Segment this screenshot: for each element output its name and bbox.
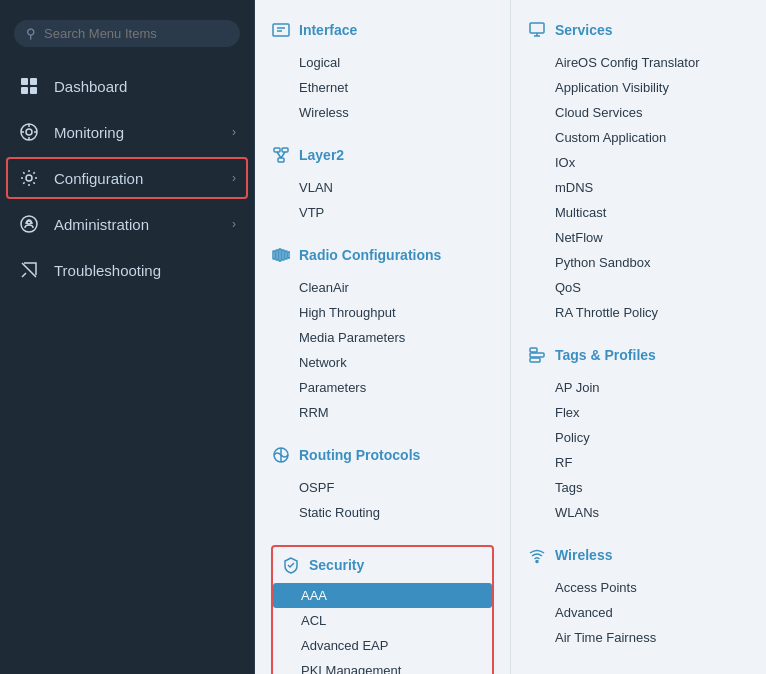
- sidebar-item-label: Dashboard: [54, 78, 127, 95]
- wireless-icon: [527, 545, 547, 565]
- section-layer2: Layer2 VLAN VTP: [271, 145, 494, 225]
- svg-rect-21: [273, 251, 275, 259]
- section-layer2-title: Layer2: [299, 147, 344, 163]
- menu-item-vtp[interactable]: VTP: [271, 200, 494, 225]
- svg-line-20: [281, 152, 285, 158]
- configuration-icon: [18, 167, 40, 189]
- section-security: Security AAA ACL Advanced EAP PKI Manage…: [271, 545, 494, 674]
- svg-rect-2: [21, 87, 28, 94]
- section-radio-configurations: Radio Configurations CleanAir High Throu…: [271, 245, 494, 425]
- sidebar-item-label: Configuration: [54, 170, 143, 187]
- routing-icon: [271, 445, 291, 465]
- sidebar-item-configuration[interactable]: Configuration ›: [6, 157, 248, 199]
- chevron-right-icon: ›: [232, 171, 236, 185]
- section-security-title: Security: [309, 557, 364, 573]
- menu-item-ra-throttle[interactable]: RA Throttle Policy: [527, 300, 750, 325]
- search-icon: ⚲: [26, 26, 36, 41]
- menu-item-custom-application[interactable]: Custom Application: [527, 125, 750, 150]
- sidebar-item-troubleshooting[interactable]: Troubleshooting: [0, 247, 254, 293]
- menu-item-aaa[interactable]: AAA: [273, 583, 492, 608]
- menu-item-python-sandbox[interactable]: Python Sandbox: [527, 250, 750, 275]
- menu-item-pki-management[interactable]: PKI Management: [273, 658, 492, 674]
- menu-item-acl[interactable]: ACL: [273, 608, 492, 633]
- sidebar-item-monitoring[interactable]: Monitoring ›: [0, 109, 254, 155]
- menu-item-cloud-services[interactable]: Cloud Services: [527, 100, 750, 125]
- menu-item-air-time-fairness[interactable]: Air Time Fairness: [527, 625, 750, 650]
- section-services-title: Services: [555, 22, 613, 38]
- tags-icon: [527, 345, 547, 365]
- svg-rect-32: [530, 348, 537, 352]
- menu-item-tags[interactable]: Tags: [527, 475, 750, 500]
- sidebar: ⚲ Dashboard Monitoring ›: [0, 0, 255, 674]
- menu-item-media-parameters[interactable]: Media Parameters: [271, 325, 494, 350]
- menu-item-policy[interactable]: Policy: [527, 425, 750, 450]
- menu-item-iox[interactable]: IOx: [527, 150, 750, 175]
- svg-rect-3: [30, 87, 37, 94]
- menu-item-netflow[interactable]: NetFlow: [527, 225, 750, 250]
- section-tags-profiles: Tags & Profiles AP Join Flex Policy RF T…: [527, 345, 750, 525]
- menu-item-wlans[interactable]: WLANs: [527, 500, 750, 525]
- menu-item-ospf[interactable]: OSPF: [271, 475, 494, 500]
- menu-item-ap-join[interactable]: AP Join: [527, 375, 750, 400]
- svg-rect-0: [21, 78, 28, 85]
- menu-item-static-routing[interactable]: Static Routing: [271, 500, 494, 525]
- svg-rect-16: [274, 148, 280, 152]
- menu-item-access-points[interactable]: Access Points: [527, 575, 750, 600]
- section-routing-protocols: Routing Protocols OSPF Static Routing: [271, 445, 494, 525]
- svg-rect-33: [530, 353, 544, 357]
- svg-rect-34: [530, 358, 540, 362]
- main-content: Interface Logical Ethernet Wireless Laye…: [255, 0, 766, 674]
- column-2: Services AireOS Config Translator Applic…: [511, 0, 766, 674]
- svg-rect-22: [276, 250, 278, 260]
- menu-item-wireless[interactable]: Wireless: [271, 100, 494, 125]
- section-tags-title: Tags & Profiles: [555, 347, 656, 363]
- section-wireless: Wireless Access Points Advanced Air Time…: [527, 545, 750, 650]
- services-icon: [527, 20, 547, 40]
- menu-item-multicast[interactable]: Multicast: [527, 200, 750, 225]
- section-services-header: Services: [527, 20, 750, 40]
- menu-item-rrm[interactable]: RRM: [271, 400, 494, 425]
- security-icon: [281, 555, 301, 575]
- sidebar-item-administration[interactable]: Administration ›: [0, 201, 254, 247]
- menu-item-advanced-eap[interactable]: Advanced EAP: [273, 633, 492, 658]
- svg-line-19: [277, 152, 281, 158]
- svg-rect-17: [282, 148, 288, 152]
- section-radio-title: Radio Configurations: [299, 247, 441, 263]
- menu-item-mdns[interactable]: mDNS: [527, 175, 750, 200]
- svg-rect-23: [279, 249, 281, 261]
- svg-rect-29: [530, 23, 544, 33]
- menu-item-vlan[interactable]: VLAN: [271, 175, 494, 200]
- section-routing-header: Routing Protocols: [271, 445, 494, 465]
- menu-item-high-throughput[interactable]: High Throughput: [271, 300, 494, 325]
- menu-item-rf[interactable]: RF: [527, 450, 750, 475]
- dashboard-icon: [18, 75, 40, 97]
- menu-item-aireos-config[interactable]: AireOS Config Translator: [527, 50, 750, 75]
- svg-rect-24: [282, 250, 284, 260]
- search-box[interactable]: ⚲: [14, 20, 240, 47]
- chevron-right-icon: ›: [232, 217, 236, 231]
- menu-item-flex[interactable]: Flex: [527, 400, 750, 425]
- section-security-header: Security: [273, 555, 492, 575]
- menu-item-cleanair[interactable]: CleanAir: [271, 275, 494, 300]
- section-interface: Interface Logical Ethernet Wireless: [271, 20, 494, 125]
- layer2-icon: [271, 145, 291, 165]
- section-wireless-header: Wireless: [527, 545, 750, 565]
- svg-rect-1: [30, 78, 37, 85]
- sidebar-item-label: Monitoring: [54, 124, 124, 141]
- menu-item-parameters[interactable]: Parameters: [271, 375, 494, 400]
- sidebar-item-label: Troubleshooting: [54, 262, 161, 279]
- menu-item-advanced[interactable]: Advanced: [527, 600, 750, 625]
- menu-item-qos[interactable]: QoS: [527, 275, 750, 300]
- section-routing-title: Routing Protocols: [299, 447, 420, 463]
- administration-icon: [18, 213, 40, 235]
- menu-item-application-visibility[interactable]: Application Visibility: [527, 75, 750, 100]
- section-layer2-header: Layer2: [271, 145, 494, 165]
- svg-point-5: [26, 129, 32, 135]
- menu-item-network[interactable]: Network: [271, 350, 494, 375]
- svg-rect-18: [278, 158, 284, 162]
- sidebar-item-dashboard[interactable]: Dashboard: [0, 63, 254, 109]
- svg-point-12: [27, 220, 31, 224]
- menu-item-logical[interactable]: Logical: [271, 50, 494, 75]
- menu-item-ethernet[interactable]: Ethernet: [271, 75, 494, 100]
- search-input[interactable]: [44, 26, 228, 41]
